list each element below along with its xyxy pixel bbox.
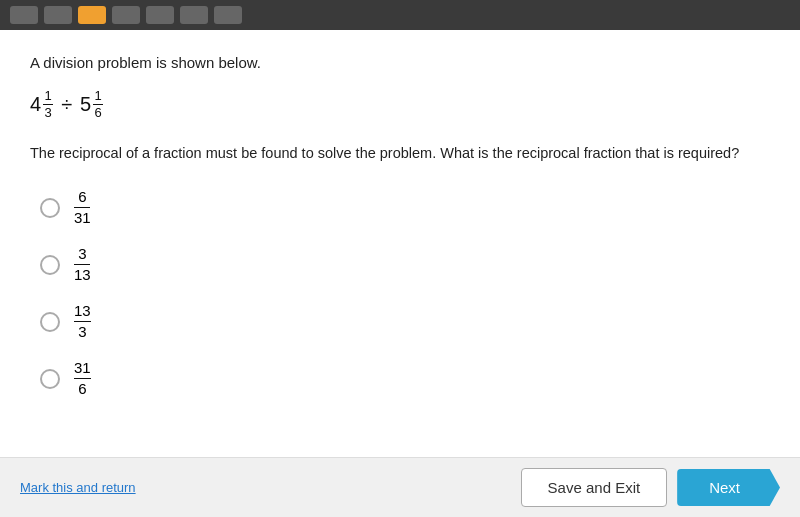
option-0-numer: 6: [74, 188, 90, 208]
option-1-numer: 3: [74, 245, 90, 265]
math-expression: 4 1 3 ÷ 5 1 6: [30, 89, 770, 121]
options-list: 6 31 3 13 13 3: [30, 188, 770, 398]
problem-intro: A division problem is shown below.: [30, 54, 770, 71]
num1-numer: 1: [43, 89, 53, 105]
radio-option-3[interactable]: [40, 369, 60, 389]
top-bar-btn-3[interactable]: [78, 6, 106, 24]
next-button[interactable]: Next: [677, 469, 780, 506]
option-fraction-1: 3 13: [74, 245, 91, 284]
num2-numer: 1: [93, 89, 103, 105]
option-1-denom: 13: [74, 265, 91, 284]
top-bar-btn-2[interactable]: [44, 6, 72, 24]
option-3-numer: 31: [74, 359, 91, 379]
question-text: The reciprocal of a fraction must be fou…: [30, 143, 770, 165]
top-bar-btn-1[interactable]: [10, 6, 38, 24]
option-0-denom: 31: [74, 208, 91, 227]
main-content: A division problem is shown below. 4 1 3…: [0, 30, 800, 517]
option-item-0[interactable]: 6 31: [40, 188, 770, 227]
num2-whole: 5: [80, 93, 91, 116]
radio-option-0[interactable]: [40, 198, 60, 218]
num1-whole: 4: [30, 93, 41, 116]
num2-denom: 6: [95, 105, 102, 120]
option-item-3[interactable]: 31 6: [40, 359, 770, 398]
mixed-number-1: 4 1 3: [30, 89, 53, 121]
top-bar-btn-6[interactable]: [180, 6, 208, 24]
top-bar-btn-7[interactable]: [214, 6, 242, 24]
top-bar: [0, 0, 800, 30]
option-fraction-0: 6 31: [74, 188, 91, 227]
option-3-denom: 6: [78, 379, 86, 398]
option-fraction-2: 13 3: [74, 302, 91, 341]
mixed-number-2: 5 1 6: [80, 89, 103, 121]
mark-return-button[interactable]: Mark this and return: [20, 480, 136, 495]
radio-option-2[interactable]: [40, 312, 60, 332]
option-fraction-3: 31 6: [74, 359, 91, 398]
option-item-2[interactable]: 13 3: [40, 302, 770, 341]
save-exit-button[interactable]: Save and Exit: [521, 468, 668, 507]
top-bar-btn-4[interactable]: [112, 6, 140, 24]
num1-denom: 3: [45, 105, 52, 120]
question-area: A division problem is shown below. 4 1 3…: [0, 30, 800, 457]
option-item-1[interactable]: 3 13: [40, 245, 770, 284]
footer-right: Save and Exit Next: [521, 468, 780, 507]
option-2-denom: 3: [78, 322, 86, 341]
radio-option-1[interactable]: [40, 255, 60, 275]
operator: ÷: [61, 93, 72, 116]
footer: Mark this and return Save and Exit Next: [0, 457, 800, 517]
num1-fraction: 1 3: [43, 89, 53, 121]
num2-fraction: 1 6: [93, 89, 103, 121]
option-2-numer: 13: [74, 302, 91, 322]
top-bar-btn-5[interactable]: [146, 6, 174, 24]
